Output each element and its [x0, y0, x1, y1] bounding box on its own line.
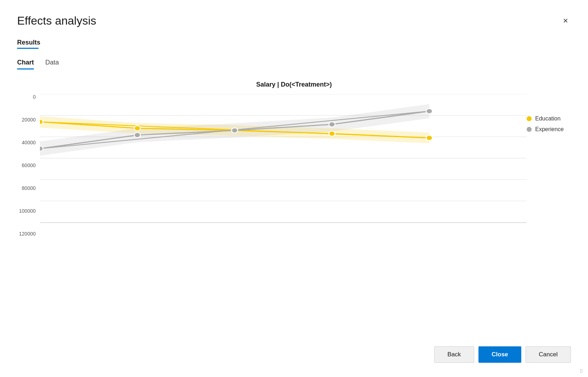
- y-label-20000: 20000: [22, 117, 36, 123]
- y-label-120000: 120000: [19, 231, 36, 237]
- experience-dot-5: [426, 109, 432, 114]
- education-dot-2: [134, 126, 140, 131]
- y-label-80000: 80000: [22, 185, 36, 191]
- dialog-header: Effects analysis ×: [17, 14, 571, 27]
- y-label-60000: 60000: [22, 162, 36, 168]
- resize-handle[interactable]: ⠿: [579, 368, 585, 374]
- chart-svg-wrapper: Education Experience: [40, 94, 571, 245]
- back-button[interactable]: Back: [434, 346, 474, 363]
- legend-education: Education: [527, 115, 564, 122]
- y-label-0: 0: [33, 94, 36, 100]
- results-section: Results: [17, 39, 571, 49]
- education-dot-5: [426, 135, 432, 140]
- experience-dot-1: [40, 146, 43, 151]
- chart-data-tabs: Chart Data: [17, 59, 571, 69]
- y-label-40000: 40000: [22, 140, 36, 145]
- education-dot-1: [40, 119, 43, 124]
- effects-analysis-dialog: Effects analysis × Results Chart Data Sa…: [0, 0, 588, 377]
- education-dot-4: [329, 131, 335, 136]
- y-axis-labels: 120000 100000 80000 60000 40000 20000 0: [17, 94, 40, 245]
- chart-legend: Education Experience: [527, 115, 564, 133]
- close-button[interactable]: Close: [478, 346, 521, 363]
- results-label: Results: [17, 39, 571, 46]
- footer-buttons: Back Close Cancel: [434, 346, 571, 363]
- education-legend-label: Education: [535, 115, 561, 122]
- experience-dot-4: [329, 122, 335, 127]
- education-legend-dot: [527, 116, 532, 121]
- chart-svg: [40, 94, 571, 244]
- results-underline: [17, 48, 39, 49]
- experience-legend-label: Experience: [535, 126, 564, 133]
- chart-container: 120000 100000 80000 60000 40000 20000 0: [17, 94, 571, 245]
- close-dialog-button[interactable]: ×: [560, 14, 571, 27]
- dialog-title: Effects analysis: [17, 14, 96, 27]
- chart-title: Salary | Do(<Treatment>): [17, 81, 571, 88]
- cancel-button[interactable]: Cancel: [526, 346, 571, 363]
- experience-legend-dot: [527, 127, 532, 132]
- chart-area: Salary | Do(<Treatment>) 120000 100000 8…: [17, 81, 571, 245]
- tab-data[interactable]: Data: [45, 59, 59, 69]
- y-label-100000: 100000: [19, 208, 36, 214]
- tab-chart[interactable]: Chart: [17, 59, 34, 69]
- legend-experience: Experience: [527, 126, 564, 133]
- experience-dot-2: [134, 133, 140, 138]
- experience-dot-3: [232, 128, 238, 133]
